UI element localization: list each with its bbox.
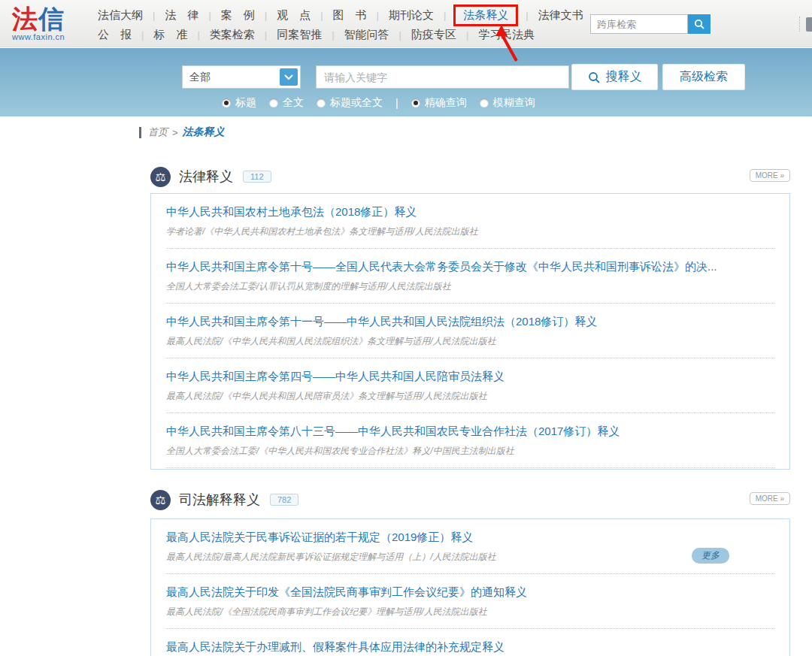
search-icon <box>694 19 704 29</box>
section-header-judicial-interpretation: ⚖ 司法解释释义 782 MORE » <box>150 488 790 511</box>
nav-item-similar-case-search[interactable]: 类案检索 <box>210 28 255 42</box>
nav-item-standards[interactable]: 标 准 <box>153 28 187 42</box>
breadcrumb-home-link[interactable]: 首页 <box>148 125 168 139</box>
list-item[interactable]: 最高人民法院关于民事诉讼证据的若干规定（2019修正）释义 最高人民法院/最高人… <box>166 519 774 574</box>
scope-select-dropdown[interactable]: 全部 <box>182 65 301 89</box>
item-title-link[interactable]: 最高人民法院关于民事诉讼证据的若干规定（2019修正）释义 <box>166 531 774 545</box>
count-badge: 782 <box>270 494 298 506</box>
more-button[interactable]: MORE » <box>750 492 790 505</box>
nav-separator: | <box>377 10 379 21</box>
item-title-link[interactable]: 中华人民共和国农村土地承包法（2018修正）释义 <box>166 205 774 219</box>
chevron-down-icon[interactable] <box>280 68 298 86</box>
judicial-interpretation-list: 最高人民法院关于民事诉讼证据的若干规定（2019修正）释义 最高人民法院/最高人… <box>150 518 790 656</box>
keyword-input[interactable] <box>316 65 569 89</box>
nav-separator: | <box>399 29 401 41</box>
more-pill-button[interactable]: 更多 <box>692 548 729 564</box>
item-title-link[interactable]: 最高人民法院关于办理减刑、假释案件具体应用法律的补充规定释义 <box>166 640 774 654</box>
nav-separator: | <box>208 10 211 21</box>
list-item[interactable]: 最高人民法院关于印发《全国法院民商事审判工作会议纪要》的通知释义 最高人民法院/… <box>166 574 774 629</box>
advanced-search-button[interactable]: 高级检索 <box>662 64 745 90</box>
nav-separator: | <box>526 10 528 21</box>
radio-title-or-fulltext[interactable]: 标题或全文 <box>317 96 383 110</box>
radio-dot <box>317 98 326 107</box>
page: 法信 www.faxin.cn 法信大纲 | 法 律 | 案 例 | 观 点 |… <box>0 0 812 656</box>
nav-separator: | <box>141 29 144 41</box>
law-interpretation-list: 中华人民共和国农村土地承包法（2018修正）释义 学者论著/《中华人民共和国农村… <box>150 193 790 470</box>
nav-separator: | <box>444 10 446 21</box>
more-button[interactable]: MORE » <box>750 169 790 182</box>
nav-item-legal-documents[interactable]: 法律文书 <box>538 8 583 23</box>
nav-item-cases[interactable]: 案 例 <box>221 8 255 23</box>
nav-row-1: 法信大纲 | 法 律 | 案 例 | 观 点 | 图 书 | 期刊论文 | 法条… <box>98 6 609 24</box>
radio-dot <box>222 98 231 107</box>
cross-db-search-input[interactable] <box>590 14 688 34</box>
header-dotted-divider <box>799 17 800 32</box>
item-meta: 最高人民法院/《全国法院民商事审判工作会议纪要》理解与适用/人民法院出版社 <box>166 606 774 618</box>
nav-item-viewpoints[interactable]: 观 点 <box>277 8 311 23</box>
list-item[interactable]: 中华人民共和国主席令第四号——中华人民共和国人民陪审员法释义 最高人民法院/《中… <box>166 358 774 413</box>
nav-item-epidemic-zone[interactable]: 防疫专区 <box>411 28 456 42</box>
breadcrumb-bar <box>139 127 141 138</box>
nav-item-journals[interactable]: 期刊论文 <box>389 8 434 23</box>
nav-item-gazette[interactable]: 公 报 <box>98 28 132 42</box>
item-title-link[interactable]: 中华人民共和国主席令第十号——全国人民代表大会常务委员会关于修改《中华人民共和国… <box>166 260 774 274</box>
scope-selected-value: 全部 <box>189 71 211 84</box>
logo-char-red: 法 <box>12 5 38 33</box>
radio-fulltext[interactable]: 全文 <box>269 96 304 110</box>
breadcrumb: 首页 > 法条释义 <box>139 125 225 139</box>
nav-item-civil-code-study[interactable]: 学习民法典 <box>478 28 535 42</box>
nav-separator: | <box>265 10 267 21</box>
item-title-link[interactable]: 中华人民共和国主席令第八十三号——中华人民共和国农民专业合作社法（2017修订）… <box>166 425 774 439</box>
radio-title[interactable]: 标题 <box>222 96 256 110</box>
search-options-row: 标题 全文 标题或全文 | 精确查询 模糊查询 <box>222 96 535 110</box>
list-item[interactable]: 最高人民法院关于办理减刑、假释案件具体应用法律的补充规定释义 <box>166 629 774 656</box>
list-item[interactable]: 中华人民共和国主席令第八十三号——中华人民共和国农民专业合作社法（2017修订）… <box>166 413 774 468</box>
radio-label: 模糊查询 <box>493 96 535 110</box>
item-meta: 学者论著/《中华人民共和国农村土地承包法》条文理解与适用/人民法院出版社 <box>166 225 774 238</box>
radio-label: 精确查询 <box>425 96 467 110</box>
clipped-edge-icon <box>806 17 812 32</box>
nav-separator: | <box>153 10 155 21</box>
radio-label: 标题或全文 <box>330 96 383 110</box>
nav-item-same-case-push[interactable]: 同案智推 <box>277 28 322 42</box>
item-title-link[interactable]: 最高人民法院关于印发《全国法院民商事审判工作会议纪要》的通知释义 <box>166 585 774 600</box>
section-title: 司法解释释义 <box>179 491 260 509</box>
nav-separator: | <box>332 29 334 41</box>
section-header-law-interpretation: ⚖ 法律释义 112 MORE » <box>150 165 790 188</box>
count-badge: 112 <box>243 171 271 183</box>
radio-dot <box>269 98 278 107</box>
cross-db-search-button[interactable] <box>688 14 710 34</box>
logo-url: www.faxin.cn <box>12 32 91 41</box>
top-header: 法信 www.faxin.cn 法信大纲 | 法 律 | 案 例 | 观 点 |… <box>0 0 812 47</box>
search-icon <box>588 71 600 83</box>
main-nav: 法信大纲 | 法 律 | 案 例 | 观 点 | 图 书 | 期刊论文 | 法条… <box>98 6 609 44</box>
list-item[interactable]: 中华人民共和国主席令第十号——全国人民代表大会常务委员会关于修改《中华人民共和国… <box>166 249 774 304</box>
nav-separator: | <box>265 29 267 41</box>
radio-dot <box>480 98 489 107</box>
list-item[interactable]: 中华人民共和国农村土地承包法（2018修正）释义 学者论著/《中华人民共和国农村… <box>166 194 774 249</box>
search-interpretation-button[interactable]: 搜释义 <box>571 64 658 90</box>
nav-separator: | <box>320 10 323 21</box>
site-logo[interactable]: 法信 www.faxin.cn <box>12 5 91 41</box>
item-title-link[interactable]: 中华人民共和国主席令第十一号——中华人民共和国人民法院组织法（2018修订）释义 <box>166 315 774 329</box>
item-meta: 最高人民法院/最高人民法院新民事诉讼证据规定理解与适用（上）/人民法院出版社 <box>166 551 774 564</box>
list-item[interactable]: 中华人民共和国主席令第十一号——中华人民共和国人民法院组织法（2018修订）释义… <box>166 304 774 358</box>
item-title-link[interactable]: 中华人民共和国主席令第四号——中华人民共和国人民陪审员法释义 <box>166 370 774 384</box>
breadcrumb-separator: > <box>172 127 178 138</box>
radio-label: 标题 <box>235 96 256 110</box>
nav-item-smart-qa[interactable]: 智能问答 <box>344 28 389 42</box>
red-annotation-box: 法条释义 <box>453 5 518 26</box>
search-button-label: 搜释义 <box>606 69 642 85</box>
radio-fuzzy-query[interactable]: 模糊查询 <box>480 96 535 110</box>
radio-exact-query[interactable]: 精确查询 <box>411 96 467 110</box>
logo-text: 法信 <box>12 5 91 32</box>
item-meta: 最高人民法院/《中华人民共和国人民陪审员法》条文理解与适用/人民法院出版社 <box>166 390 774 403</box>
nav-item-faxin-outline[interactable]: 法信大纲 <box>98 8 143 23</box>
nav-item-books[interactable]: 图 书 <box>333 8 367 23</box>
radio-group-divider: | <box>395 97 398 109</box>
item-meta: 全国人大常委会法工委/《中华人民共和国农民专业合作社法》释义/中国民主法制出版社 <box>166 445 774 458</box>
nav-item-statute-interpretation-active[interactable]: 法条释义 <box>463 8 508 21</box>
nav-item-law[interactable]: 法 律 <box>165 8 198 23</box>
breadcrumb-current: 法条释义 <box>183 125 225 139</box>
radio-dot <box>411 98 420 107</box>
